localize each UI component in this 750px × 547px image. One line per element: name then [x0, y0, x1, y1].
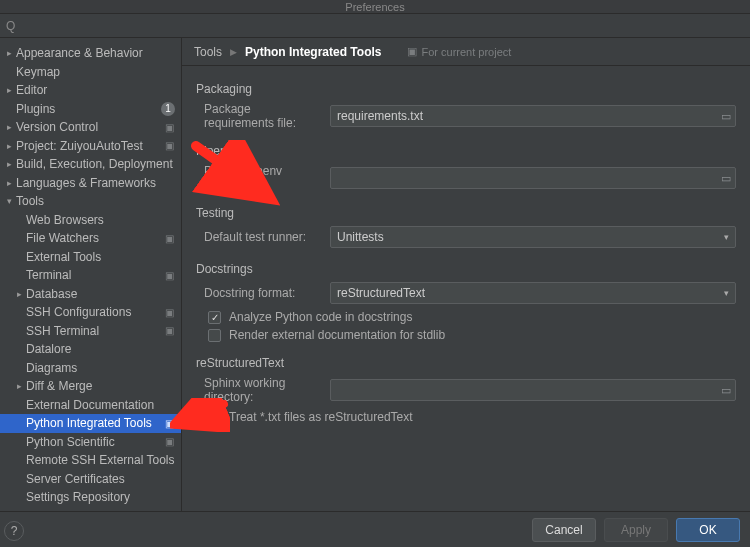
tree-item[interactable]: ▸Version Control▣ [0, 118, 181, 137]
chevron-down-icon: ▾ [724, 232, 729, 242]
project-scope-icon: ▣ [163, 122, 175, 133]
search-row[interactable]: Q [0, 14, 750, 38]
test-runner-select[interactable]: Unittests ▾ [330, 226, 736, 248]
docstring-format-label: Docstring format: [196, 286, 322, 300]
tree-item[interactable]: ▸Editor [0, 81, 181, 100]
treat-txt-label: Treat *.txt files as reStructuredText [229, 410, 413, 424]
tree-item[interactable]: Server Certificates [0, 470, 181, 489]
tree-item[interactable]: Settings Repository [0, 488, 181, 507]
tree-item-label: SSH Configurations [26, 305, 159, 319]
chevron-down-icon[interactable]: ▾ [4, 196, 14, 206]
chevron-right-icon[interactable]: ▸ [14, 381, 24, 391]
chevron-down-icon: ▾ [724, 288, 729, 298]
tree-item-label: Server Certificates [26, 472, 175, 486]
tree-item-label: SSH Terminal [26, 324, 159, 338]
tree-item[interactable]: External Documentation [0, 396, 181, 415]
tree-item[interactable]: ▸Build, Execution, Deployment [0, 155, 181, 174]
tree-item-label: Keymap [16, 65, 175, 79]
tree-item[interactable]: ▸Appearance & Behavior [0, 44, 181, 63]
folder-icon[interactable]: ▭ [721, 172, 731, 185]
chevron-right-icon[interactable]: ▸ [4, 141, 14, 151]
tree-item-label: Appearance & Behavior [16, 46, 175, 60]
section-rst: reStructuredText [196, 356, 736, 370]
tree-item-label: Plugins [16, 102, 157, 116]
render-stdlib-checkbox[interactable] [208, 329, 221, 342]
tree-item[interactable]: SSH Terminal▣ [0, 322, 181, 341]
section-docstrings: Docstrings [196, 262, 736, 276]
analyze-docstrings-label: Analyze Python code in docstrings [229, 310, 412, 324]
treat-txt-row[interactable]: Treat *.txt files as reStructuredText [208, 410, 736, 424]
cancel-button[interactable]: Cancel [532, 518, 596, 542]
project-scope-icon: ▣ [163, 418, 175, 429]
dialog-footer: Cancel Apply OK [0, 511, 750, 547]
pipenv-exe-field[interactable]: ▭ [330, 167, 736, 189]
tree-item-label: Settings Repository [26, 490, 175, 504]
apply-button[interactable]: Apply [604, 518, 668, 542]
project-scope-icon: ▣ [163, 270, 175, 281]
tree-item-label: External Tools [26, 250, 175, 264]
tree-item-label: Languages & Frameworks [16, 176, 175, 190]
render-stdlib-label: Render external documentation for stdlib [229, 328, 445, 342]
folder-icon[interactable]: ▭ [721, 384, 731, 397]
tree-item-label: Project: ZuiyouAutoTest [16, 139, 159, 153]
chevron-right-icon[interactable]: ▸ [4, 159, 14, 169]
tree-item[interactable]: Datalore [0, 340, 181, 359]
chevron-right-icon[interactable]: ▸ [4, 122, 14, 132]
project-scope-icon: ▣ [163, 307, 175, 318]
analyze-docstrings-row[interactable]: Analyze Python code in docstrings [208, 310, 736, 324]
tree-item-label: Tools [16, 194, 175, 208]
tree-item[interactable]: Remote SSH External Tools [0, 451, 181, 470]
chevron-right-icon[interactable]: ▸ [14, 289, 24, 299]
treat-txt-checkbox[interactable] [208, 411, 221, 424]
test-runner-label: Default test runner: [196, 230, 322, 244]
sphinx-dir-field[interactable]: ▭ [330, 379, 736, 401]
folder-icon[interactable]: ▭ [721, 110, 731, 123]
tree-item[interactable]: Web Browsers [0, 211, 181, 230]
chevron-right-icon: ▶ [230, 47, 237, 57]
chevron-right-icon[interactable]: ▸ [4, 85, 14, 95]
tree-item[interactable]: External Tools [0, 248, 181, 267]
tree-item[interactable]: SSH Configurations▣ [0, 303, 181, 322]
package-req-field[interactable]: requirements.txt ▭ [330, 105, 736, 127]
analyze-docstrings-checkbox[interactable] [208, 311, 221, 324]
tree-item-label: Diagrams [26, 361, 175, 375]
tree-item[interactable]: Python Scientific▣ [0, 433, 181, 452]
tree-item[interactable]: ▸Diff & Merge [0, 377, 181, 396]
render-stdlib-row[interactable]: Render external documentation for stdlib [208, 328, 736, 342]
project-scope-icon: ▣ [163, 233, 175, 244]
window-title: Preferences [345, 1, 404, 13]
badge: 1 [161, 102, 175, 116]
tree-item[interactable]: ▸Database [0, 285, 181, 304]
tree-item[interactable]: ▾Tools [0, 192, 181, 211]
test-runner-value: Unittests [337, 230, 384, 244]
tree-item-label: Diff & Merge [26, 379, 175, 393]
project-scope-label: ▣ For current project [407, 45, 511, 58]
tree-item[interactable]: Terminal▣ [0, 266, 181, 285]
tree-item-label: Python Scientific [26, 435, 159, 449]
section-packaging: Packaging [196, 82, 736, 96]
tree-item[interactable]: Diagrams [0, 359, 181, 378]
tree-item[interactable]: File Watchers▣ [0, 229, 181, 248]
breadcrumb-current: Python Integrated Tools [245, 45, 381, 59]
chevron-right-icon[interactable]: ▸ [4, 48, 14, 58]
settings-panel: Packaging Package requirements file: req… [182, 66, 750, 511]
tree-item-label: External Documentation [26, 398, 175, 412]
help-button[interactable]: ? [4, 521, 24, 541]
tree-item-label: Remote SSH External Tools [26, 453, 175, 467]
tree-item[interactable]: Plugins1 [0, 100, 181, 119]
tree-item[interactable]: ▸Project: ZuiyouAutoTest▣ [0, 137, 181, 156]
docstring-format-select[interactable]: reStructuredText ▾ [330, 282, 736, 304]
tree-item[interactable]: Keymap [0, 63, 181, 82]
chevron-right-icon[interactable]: ▸ [4, 178, 14, 188]
tree-item[interactable]: ▸Languages & Frameworks [0, 174, 181, 193]
tree-item-label: Editor [16, 83, 175, 97]
window-titlebar: Preferences [0, 0, 750, 14]
breadcrumb: Tools ▶ Python Integrated Tools ▣ For cu… [182, 38, 750, 66]
breadcrumb-root[interactable]: Tools [194, 45, 222, 59]
tree-item[interactable]: Python Integrated Tools▣ [0, 414, 181, 433]
tree-item-label: Build, Execution, Deployment [16, 157, 175, 171]
ok-button[interactable]: OK [676, 518, 740, 542]
project-scope-icon: ▣ [163, 140, 175, 151]
settings-tree[interactable]: ▸Appearance & BehaviorKeymap▸EditorPlugi… [0, 38, 182, 511]
project-scope-icon: ▣ [163, 325, 175, 336]
